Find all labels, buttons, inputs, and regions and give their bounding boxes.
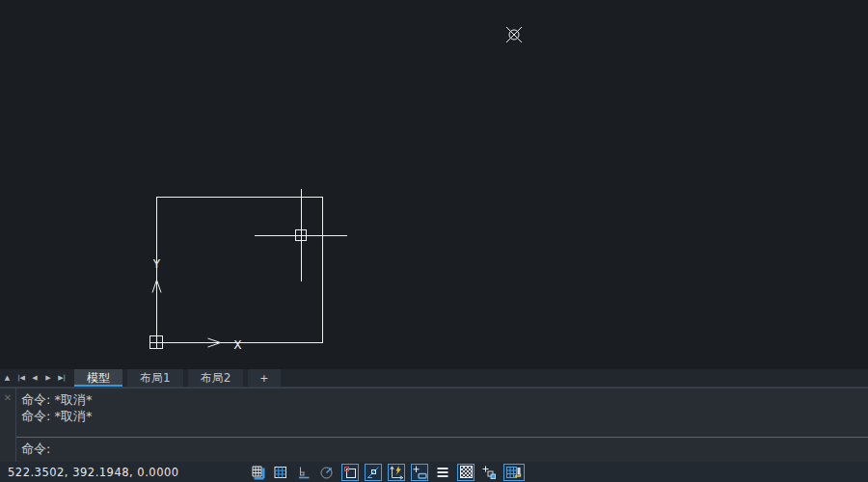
prev-layout-button[interactable]: ◀ [28, 369, 41, 387]
command-input-line[interactable]: 命令: [16, 438, 868, 457]
tab-model[interactable]: 模型 [74, 369, 122, 387]
lineweight-icon [435, 465, 450, 480]
command-window: ✕ 命令: *取消* 命令: *取消* 命令: [0, 388, 868, 462]
transparency-toggle[interactable] [457, 464, 475, 481]
model-space: YX [0, 0, 868, 369]
ortho-icon [296, 465, 312, 480]
ucs-y-label: Y [153, 256, 161, 271]
point-marker[interactable] [506, 27, 522, 42]
polar-tracking-icon [319, 465, 335, 480]
last-layout-button[interactable]: ▶| [55, 369, 68, 387]
drawing-canvas[interactable]: YX [0, 0, 868, 369]
ucs-icon: YX [150, 256, 242, 352]
selection-cycling-icon [481, 465, 497, 480]
polar-toggle[interactable] [318, 464, 336, 481]
annotation-toggle[interactable] [503, 464, 525, 481]
grid-display-icon [273, 465, 288, 480]
crosshair-cursor [255, 189, 347, 281]
tab-layout1[interactable]: 布局1 [127, 369, 183, 387]
snap-tracking-icon [366, 465, 381, 480]
coordinates-display[interactable]: 522.3502, 392.1948, 0.0000 [8, 466, 179, 479]
command-history[interactable]: 命令: *取消* 命令: *取消* [16, 388, 868, 437]
transparency-icon [460, 466, 473, 478]
ucs-x-label: X [234, 337, 242, 352]
otrack-toggle[interactable] [365, 464, 382, 481]
command-history-line: 命令: *取消* [21, 391, 868, 408]
selection-cycling-toggle[interactable] [480, 464, 498, 481]
dynamic-input-icon [412, 465, 427, 480]
command-history-line: 命令: *取消* [21, 408, 868, 424]
next-layout-button[interactable]: ▶ [41, 369, 55, 387]
snap-toggle[interactable] [249, 464, 266, 481]
annotation-scale-icon [504, 465, 524, 480]
grid-toggle[interactable] [272, 464, 289, 481]
layout-tabbar: ▲ |◀ ◀ ▶ ▶| 模型 布局1 布局2 + [0, 369, 868, 388]
tab-layout2[interactable]: 布局2 [188, 369, 244, 387]
lineweight-toggle[interactable] [434, 464, 451, 481]
layout-tabs: 模型 布局1 布局2 + [74, 369, 285, 387]
osnap-toggle[interactable] [341, 464, 359, 481]
object-snap-icon [342, 465, 358, 480]
command-window-close-icon[interactable]: ✕ [0, 388, 16, 462]
new-layout-tab-button[interactable]: + [248, 369, 280, 387]
rectangle-entity[interactable] [157, 198, 323, 343]
ortho-toggle[interactable] [295, 464, 312, 481]
status-toggles [249, 463, 525, 481]
ducs-toggle[interactable] [388, 464, 405, 481]
dyn-toggle[interactable] [411, 464, 428, 481]
dynamic-ucs-icon [389, 465, 404, 480]
command-body: 命令: *取消* 命令: *取消* 命令: [16, 388, 868, 462]
snap-grid-icon [250, 465, 265, 480]
first-layout-button[interactable]: |◀ [14, 369, 28, 387]
status-bar: 522.3502, 392.1948, 0.0000 [0, 462, 868, 482]
expand-tabs-button[interactable]: ▲ [0, 369, 14, 387]
